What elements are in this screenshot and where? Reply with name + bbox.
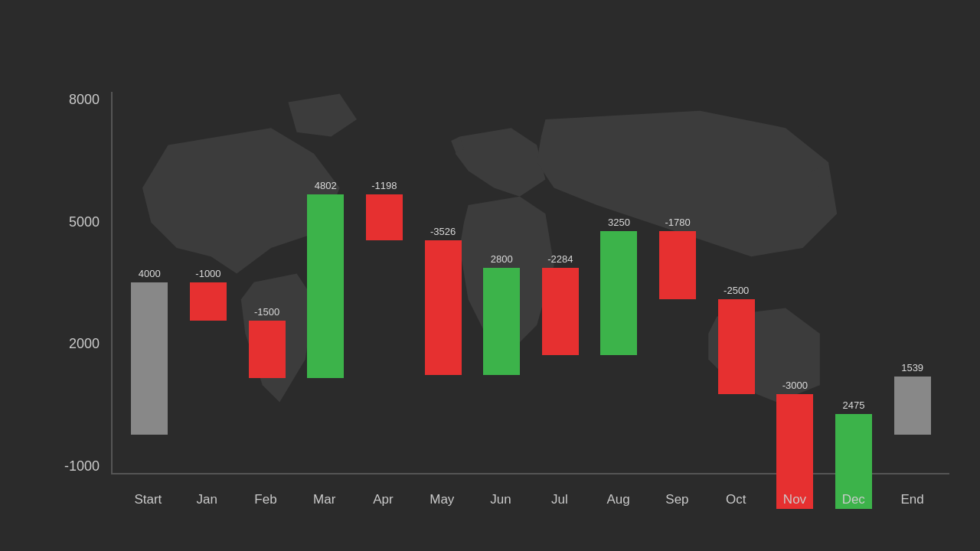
bar-group-mar: 4802	[296, 92, 355, 473]
bar-group-end: 1539	[883, 92, 942, 473]
x-label-start: Start	[119, 492, 178, 507]
bar-group-oct: -2500	[707, 92, 766, 473]
bars-container: 4000-1000-15004802-1198-35262800-2284325…	[113, 92, 949, 473]
x-label-jan: Jan	[178, 492, 237, 507]
bar-start	[131, 282, 168, 435]
y-label-2000: 2000	[69, 336, 100, 352]
bar-group-aug: 3250	[590, 92, 648, 473]
bar-value-mar: 4802	[315, 180, 337, 193]
x-label-feb: Feb	[237, 492, 296, 507]
bar-value-nov: -3000	[782, 380, 808, 393]
bar-group-sep: -1780	[648, 92, 707, 473]
bar-value-jul: -2284	[547, 253, 573, 266]
bar-group-jan: -1000	[179, 92, 238, 473]
x-label-jul: Jul	[530, 492, 589, 507]
bar-value-jan: -1000	[195, 268, 220, 281]
x-label-oct: Oct	[707, 492, 766, 507]
bar-jan	[190, 282, 227, 321]
chart-plot-area: 4000-1000-15004802-1198-35262800-2284325…	[111, 92, 949, 474]
bar-value-sep: -1780	[665, 217, 690, 230]
x-label-jun: Jun	[472, 492, 531, 507]
bar-end	[894, 377, 931, 435]
bar-group-start: 4000	[120, 92, 179, 473]
bar-aug	[600, 231, 637, 355]
x-label-end: End	[883, 492, 942, 507]
bar-value-may: -3526	[430, 226, 456, 239]
bar-group-nov: -3000	[766, 92, 825, 473]
x-label-may: May	[413, 492, 472, 507]
y-axis: 8000 5000 2000 -1000	[61, 92, 107, 474]
bar-feb	[249, 321, 286, 378]
x-label-nov: Nov	[766, 492, 825, 507]
bar-jul	[542, 268, 579, 355]
x-axis: StartJanFebMarAprMayJunJulAugSepOctNovDe…	[111, 478, 949, 520]
x-label-sep: Sep	[648, 492, 707, 507]
bar-value-apr: -1198	[371, 180, 397, 193]
bar-value-oct: -2500	[724, 285, 749, 298]
bar-group-jun: 2800	[472, 92, 531, 473]
chart-area: 8000 5000 2000 -1000 4000-1000-15004802-…	[61, 92, 957, 520]
bar-oct	[718, 299, 755, 395]
bar-group-dec: 2475	[825, 92, 884, 473]
bar-apr	[366, 194, 403, 240]
bar-group-jul: -2284	[531, 92, 590, 473]
bar-value-aug: 3250	[608, 217, 630, 230]
bar-value-end: 1539	[901, 362, 923, 375]
bar-group-may: -3526	[413, 92, 472, 473]
bar-may	[425, 240, 462, 375]
x-label-dec: Dec	[824, 492, 883, 507]
x-label-mar: Mar	[295, 492, 354, 507]
bar-value-start: 4000	[139, 268, 161, 281]
bar-sep	[659, 231, 696, 299]
x-label-apr: Apr	[354, 492, 413, 507]
chart-title	[0, 0, 980, 23]
bar-group-feb: -1500	[237, 92, 296, 473]
bar-group-apr: -1198	[355, 92, 414, 473]
y-label-neg1000: -1000	[64, 458, 100, 474]
bar-jun	[483, 268, 520, 374]
y-label-8000: 8000	[69, 92, 100, 108]
bar-value-dec: 2475	[843, 399, 865, 412]
bar-mar	[307, 194, 344, 377]
bar-value-feb: -1500	[254, 306, 279, 319]
x-label-aug: Aug	[589, 492, 648, 507]
y-label-5000: 5000	[69, 214, 100, 230]
bar-value-jun: 2800	[491, 253, 513, 266]
